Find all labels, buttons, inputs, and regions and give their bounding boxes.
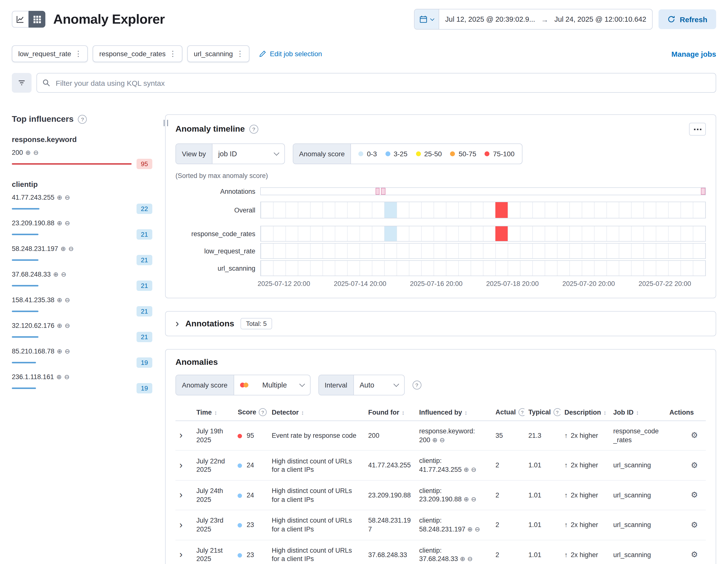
interval-select[interactable]: Auto	[354, 375, 404, 395]
annotation-mark[interactable]	[701, 188, 705, 195]
filter-out-icon[interactable]: ⊖	[471, 466, 476, 473]
swimlane-grid[interactable]	[260, 260, 706, 276]
anomaly-swimlane-cell[interactable]	[495, 226, 508, 241]
col-time[interactable]: Time↕	[192, 405, 234, 421]
anomaly-typical: 1.01	[524, 480, 560, 510]
col-actual[interactable]: Actual?↕	[492, 405, 524, 421]
view-by-select[interactable]: job ID	[212, 144, 284, 164]
filter-out-icon[interactable]: ⊖	[440, 436, 445, 443]
row-actions-gear-icon[interactable]: ⚙	[691, 520, 698, 529]
anomaly-row[interactable]: › July 24th 2025 24 High distinct count …	[175, 480, 706, 510]
anomaly-swimlane-cell[interactable]	[495, 202, 508, 218]
filter-out-icon[interactable]: ⊖	[65, 348, 70, 355]
job-badge[interactable]: low_request_rate ⋮	[12, 45, 88, 62]
filter-out-icon[interactable]: ⊖	[475, 526, 480, 533]
filter-for-icon[interactable]: ⊕	[25, 149, 31, 156]
help-icon[interactable]: ?	[518, 408, 524, 416]
job-badge[interactable]: url_scanning ⋮	[187, 45, 250, 62]
job-badge-menu-icon[interactable]: ⋮	[71, 49, 86, 58]
filter-out-icon[interactable]: ⊖	[61, 271, 66, 278]
col-typical[interactable]: Typical?↕	[524, 405, 560, 421]
job-badge-menu-icon[interactable]: ⋮	[166, 49, 180, 58]
anomaly-row[interactable]: › July 19th 2025 95 Event rate by respon…	[175, 421, 706, 451]
date-range-start[interactable]: Jul 12, 2025 @ 20:39:02.9...	[439, 15, 541, 23]
filter-out-icon[interactable]: ⊖	[467, 555, 473, 563]
expand-row-icon[interactable]: ›	[179, 520, 183, 530]
legend-range-label: 75-100	[493, 150, 515, 158]
filter-out-icon[interactable]: ⊖	[69, 245, 74, 252]
anomaly-row[interactable]: › July 22nd 2025 24 High distinct count …	[175, 451, 706, 480]
annotations-section[interactable]: › Annotations Total: 5	[165, 311, 716, 336]
filter-for-icon[interactable]: ⊕	[57, 296, 62, 304]
row-actions-gear-icon[interactable]: ⚙	[691, 461, 698, 469]
expand-annotations-icon[interactable]: ›	[175, 318, 179, 328]
row-actions-gear-icon[interactable]: ⚙	[691, 431, 698, 440]
panel-drag-handle[interactable]	[164, 120, 168, 126]
filter-for-icon[interactable]: ⊕	[467, 526, 473, 533]
filter-for-icon[interactable]: ⊕	[57, 348, 62, 355]
filter-out-icon[interactable]: ⊖	[65, 322, 70, 329]
filter-for-icon[interactable]: ⊕	[53, 271, 59, 278]
anomaly-swimlane-cell[interactable]	[384, 226, 397, 241]
col-influenced-by[interactable]: Influenced by↕	[415, 405, 492, 421]
influencer-score-badge: 19	[137, 357, 152, 368]
kql-filter-button[interactable]	[12, 73, 32, 93]
filter-for-icon[interactable]: ⊕	[432, 436, 438, 443]
filter-out-icon[interactable]: ⊖	[33, 149, 39, 156]
date-range-end[interactable]: Jul 24, 2025 @ 12:00:10.642	[548, 15, 652, 23]
filter-for-icon[interactable]: ⊕	[56, 373, 62, 381]
help-icon[interactable]: ?	[553, 408, 560, 416]
charts-view-toggle-button[interactable]	[12, 11, 29, 28]
anomaly-row[interactable]: › July 23rd 2025 23 High distinct count …	[175, 510, 706, 540]
annotation-mark[interactable]	[375, 188, 379, 195]
annotation-mark[interactable]	[381, 188, 385, 195]
filter-for-icon[interactable]: ⊕	[57, 219, 62, 227]
help-icon[interactable]: ?	[412, 381, 421, 389]
anomaly-actual: 2	[492, 540, 524, 564]
swimlane-grid[interactable]	[260, 202, 706, 218]
filter-for-icon[interactable]: ⊕	[57, 322, 62, 329]
timeline-options-button[interactable]	[689, 123, 706, 136]
row-actions-gear-icon[interactable]: ⚙	[691, 550, 698, 559]
calendar-dropdown-button[interactable]	[415, 9, 439, 29]
filter-for-icon[interactable]: ⊕	[61, 245, 66, 252]
anomaly-row[interactable]: › July 21st 2025 23 High distinct count …	[175, 540, 706, 564]
refresh-button[interactable]: Refresh	[659, 9, 716, 29]
filter-out-icon[interactable]: ⊖	[471, 496, 476, 503]
swimlane-grid[interactable]	[260, 243, 706, 259]
filter-out-icon[interactable]: ⊖	[65, 194, 70, 201]
swimlane-grid[interactable]	[260, 226, 706, 242]
col-score[interactable]: Score?↓	[234, 405, 268, 421]
row-actions-gear-icon[interactable]: ⚙	[691, 491, 698, 499]
filter-for-icon[interactable]: ⊕	[57, 194, 62, 201]
filter-for-icon[interactable]: ⊕	[460, 555, 465, 563]
table-view-toggle-button[interactable]	[29, 11, 45, 28]
col-job-id[interactable]: Job ID↕	[609, 405, 665, 421]
kql-search-input[interactable]	[36, 73, 716, 93]
filter-for-icon[interactable]: ⊕	[464, 466, 469, 473]
edit-job-selection-link[interactable]: Edit job selection	[260, 50, 322, 58]
expand-row-icon[interactable]: ›	[179, 460, 183, 470]
annotations-title[interactable]: Annotations	[185, 319, 234, 329]
col-found-for[interactable]: Found for↕	[364, 405, 415, 421]
date-range-picker[interactable]: Jul 12, 2025 @ 20:39:02.9... → Jul 24, 2…	[414, 9, 653, 30]
expand-row-icon[interactable]: ›	[179, 549, 183, 560]
help-icon[interactable]: ?	[249, 125, 258, 134]
filter-out-icon[interactable]: ⊖	[65, 219, 70, 227]
anomaly-swimlane-cell[interactable]	[384, 202, 397, 218]
annotations-track[interactable]	[260, 187, 706, 195]
col-detector[interactable]: Detector↕	[268, 405, 364, 421]
anomaly-detector: Event rate by response code	[268, 421, 364, 451]
expand-row-icon[interactable]: ›	[179, 430, 183, 441]
filter-out-icon[interactable]: ⊖	[65, 296, 70, 304]
help-icon[interactable]: ?	[259, 408, 267, 416]
job-badge-menu-icon[interactable]: ⋮	[233, 49, 247, 58]
severity-select[interactable]: Multiple	[234, 375, 310, 395]
manage-jobs-link[interactable]: Manage jobs	[671, 50, 716, 58]
expand-row-icon[interactable]: ›	[179, 490, 183, 500]
job-badge[interactable]: response_code_rates ⋮	[93, 45, 182, 62]
help-icon[interactable]: ?	[78, 115, 87, 124]
col-description[interactable]: Description↕	[560, 405, 609, 421]
filter-for-icon[interactable]: ⊕	[464, 496, 469, 503]
filter-out-icon[interactable]: ⊖	[64, 373, 70, 381]
